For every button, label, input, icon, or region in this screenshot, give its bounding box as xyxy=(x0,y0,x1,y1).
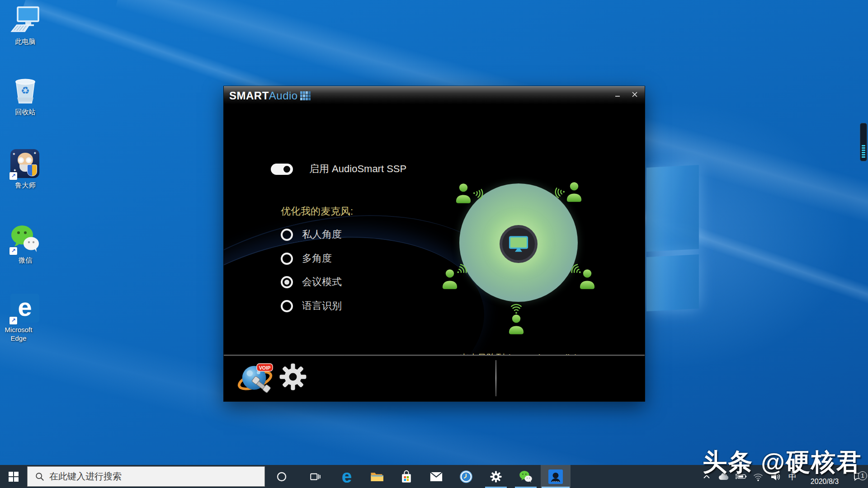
svg-text:VOIP: VOIP xyxy=(259,365,271,371)
radio-icon[interactable] xyxy=(281,300,293,312)
wechat-icon: ↗ xyxy=(10,224,40,254)
app-logo-grid-icon xyxy=(300,91,311,100)
search-icon xyxy=(35,472,45,482)
desktop-icon-recycle-bin[interactable]: ♻ 回收站 xyxy=(4,76,47,116)
toolbar-divider xyxy=(495,360,496,396)
person-icon xyxy=(508,314,525,335)
clock-icon xyxy=(459,470,473,483)
voip-settings-button[interactable]: VOIP xyxy=(237,360,274,397)
windows-logo-pane xyxy=(646,165,699,252)
recycle-bin-icon: ♻ xyxy=(10,76,40,106)
ssp-toggle-row[interactable]: 启用 AudioSmart SSP xyxy=(271,162,406,176)
cortana-icon xyxy=(276,471,287,482)
desktop-icon-this-pc[interactable]: 此电脑 xyxy=(4,5,47,46)
cloud-icon xyxy=(718,473,730,480)
radio-multi-angle[interactable]: 多角度 xyxy=(281,252,332,265)
radio-meeting-mode[interactable]: 会议模式 xyxy=(281,275,342,289)
wifi-icon xyxy=(753,471,764,482)
window-titlebar[interactable]: SMARTAudio xyxy=(224,86,645,104)
settings-gear-icon xyxy=(279,363,307,391)
shortcut-arrow-icon: ↗ xyxy=(9,317,17,324)
taskbar-app-file-explorer[interactable] xyxy=(362,465,392,488)
smartaudio-window: SMARTAudio 启用 AudioSmart SSP 优化我的麦克风: xyxy=(223,86,645,402)
notification-badge: 1 xyxy=(858,471,867,480)
edge-icon: e ↗ xyxy=(10,294,40,324)
radio-icon[interactable] xyxy=(281,229,293,241)
taskbar-app-wechat[interactable] xyxy=(511,465,541,488)
minimize-button[interactable] xyxy=(610,89,625,100)
desktop-icon-wechat[interactable]: ↗ 微信 xyxy=(4,224,47,264)
action-center-button[interactable]: 1 xyxy=(848,465,868,488)
window-bottom-toolbar: VOIP xyxy=(224,355,645,401)
edge-slider-widget[interactable] xyxy=(860,123,867,161)
desktop-icon-label: 此电脑 xyxy=(4,37,47,46)
monitor-icon xyxy=(508,235,529,253)
radio-icon[interactable] xyxy=(281,253,293,265)
battery-plug-icon xyxy=(735,473,747,480)
shortcut-arrow-icon: ↗ xyxy=(9,247,17,255)
start-button[interactable] xyxy=(0,465,27,488)
signal-waves-icon xyxy=(510,302,523,315)
windows-start-icon xyxy=(9,472,19,482)
desktop-icon-ludashi[interactable]: ✦ ✦ ✦ ↗ 鲁大师 xyxy=(4,149,47,189)
system-tray: 中 2020/8/3 1 xyxy=(698,465,868,488)
minimize-icon xyxy=(614,91,621,98)
voip-phone-globe-icon: VOIP xyxy=(237,360,274,397)
shortcut-arrow-icon: ↗ xyxy=(9,172,17,180)
windows-logo-pane xyxy=(646,254,699,311)
taskbar-app-edge[interactable]: e xyxy=(332,465,362,488)
desktop-icon-label: 微信 xyxy=(4,256,47,264)
task-view-icon xyxy=(309,471,321,483)
microsoft-store-icon xyxy=(400,470,413,483)
file-explorer-icon xyxy=(370,470,383,483)
person-icon xyxy=(566,182,583,202)
toggle-knob xyxy=(283,165,291,174)
taskbar-app-mail[interactable] xyxy=(421,465,451,488)
ime-indicator[interactable]: 中 xyxy=(787,465,798,488)
taskbar-clock[interactable]: 2020/8/3 xyxy=(801,478,848,488)
taskbar-app-store[interactable] xyxy=(392,465,421,488)
ssp-toggle-switch[interactable] xyxy=(271,164,293,175)
onedrive-tray-icon[interactable] xyxy=(718,465,730,488)
radio-private-angle[interactable]: 私人角度 xyxy=(281,228,342,241)
settings-gear-icon xyxy=(490,470,502,483)
ssp-toggle-label: 启用 AudioSmart SSP xyxy=(309,162,406,176)
network-tray-icon[interactable] xyxy=(752,465,764,488)
cortana-button[interactable] xyxy=(265,465,298,488)
desktop-icon-label: 鲁大师 xyxy=(4,181,47,189)
desktop-icon-label: 回收站 xyxy=(4,108,47,116)
background-wave-decoration xyxy=(224,211,500,355)
app-logo: SMARTAudio xyxy=(229,89,311,102)
chevron-up-icon xyxy=(703,474,710,479)
desktop-icon-microsoft-edge[interactable]: e ↗ Microsoft Edge xyxy=(4,294,47,343)
ludashi-icon: ✦ ✦ ✦ ↗ xyxy=(10,149,40,179)
wechat-icon xyxy=(519,470,533,483)
taskbar-app-settings[interactable] xyxy=(481,465,511,488)
close-icon xyxy=(632,91,638,98)
radio-speech-recognition[interactable]: 语言识别 xyxy=(281,299,342,313)
taskbar: e xyxy=(0,465,868,488)
show-hidden-icons-button[interactable] xyxy=(701,465,712,488)
taskbar-app-clock[interactable] xyxy=(451,465,481,488)
settings-button[interactable] xyxy=(279,363,307,391)
edge-icon: e xyxy=(342,466,352,487)
smartaudio-icon xyxy=(548,469,563,484)
window-content: 启用 AudioSmart SSP 优化我的麦克风: 私人角度 多角度 会议模式… xyxy=(224,104,645,355)
svg-text:♻: ♻ xyxy=(21,85,30,96)
desktop-icon-label: Microsoft Edge xyxy=(0,325,40,343)
device-hub xyxy=(500,225,538,263)
signal-waves-icon xyxy=(552,185,567,200)
taskbar-search[interactable] xyxy=(27,466,265,487)
desktop: 此电脑 ♻ 回收站 ✦ ✦ ✦ ↗ 鲁大 xyxy=(0,0,868,488)
search-input[interactable] xyxy=(45,471,264,482)
optimize-mic-heading: 优化我的麦克风: xyxy=(281,205,353,218)
task-view-button[interactable] xyxy=(298,465,332,488)
volume-tray-icon[interactable] xyxy=(769,465,781,488)
radio-icon[interactable] xyxy=(281,276,293,288)
close-button[interactable] xyxy=(627,89,642,100)
taskbar-date: 2020/8/3 xyxy=(811,478,839,485)
speaker-icon xyxy=(770,472,781,482)
battery-tray-icon[interactable] xyxy=(735,465,747,488)
person-icon xyxy=(455,183,472,204)
taskbar-app-smartaudio[interactable] xyxy=(541,465,571,488)
